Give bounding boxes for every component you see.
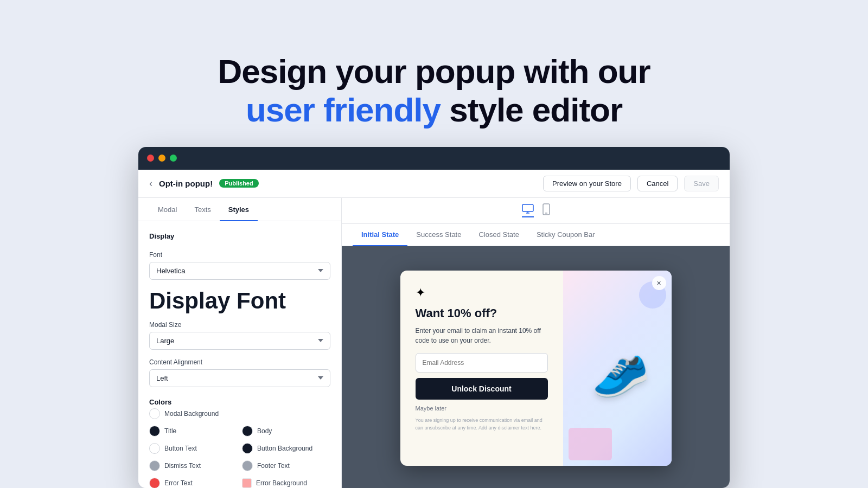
browser-window: ‹ Opt-in popup! Published Preview on you…: [138, 147, 730, 488]
preview-toolbar: [342, 198, 730, 224]
title-color-swatch[interactable]: [149, 426, 160, 436]
tab-closed-state[interactable]: Closed State: [470, 224, 527, 246]
popup-disclaimer: You are signing up to receive communicat…: [416, 417, 548, 432]
dismiss-text-swatch[interactable]: [149, 460, 160, 471]
sidebar-body: Display Font Helvetica Arial Georgia Dis: [138, 221, 341, 488]
popup-sneaker-image: 👟: [563, 271, 672, 466]
button-bg-swatch[interactable]: [242, 443, 253, 454]
color-item-button-text: Button Text: [149, 443, 238, 454]
popup-star-icon: ✦: [416, 286, 548, 300]
body-color-label: Body: [257, 427, 272, 435]
modal-size-field: Modal Size Large Medium Small: [149, 321, 330, 350]
tab-styles[interactable]: Styles: [220, 198, 258, 221]
desktop-view-icon[interactable]: [522, 204, 534, 217]
modal-size-label: Modal Size: [149, 321, 330, 329]
browser-titlebar: [138, 147, 730, 170]
button-bg-label: Button Background: [257, 445, 312, 452]
color-row-dismiss-footer: Dismiss Text Footer Text: [149, 460, 330, 471]
app-navbar: ‹ Opt-in popup! Published Preview on you…: [138, 170, 730, 198]
color-item-body: Body: [242, 426, 330, 436]
popup-body-text: Enter your email to claim an instant 10%…: [416, 326, 548, 345]
modal-background-swatch[interactable]: [149, 408, 160, 419]
content-alignment-label: Content Alignment: [149, 358, 330, 366]
error-text-label: Error Text: [164, 479, 193, 487]
svg-rect-0: [522, 204, 533, 211]
font-select[interactable]: Helvetica Arial Georgia: [149, 262, 330, 280]
font-field-group: Font Helvetica Arial Georgia: [149, 251, 330, 280]
tab-modal[interactable]: Modal: [149, 198, 186, 221]
tab-success-state[interactable]: Success State: [407, 224, 470, 246]
mobile-view-icon[interactable]: [542, 203, 550, 218]
error-bg-swatch[interactable]: [242, 478, 252, 488]
color-item-footer-text: Footer Text: [242, 460, 330, 471]
display-font-preview: Display Font: [149, 288, 330, 312]
sneaker-icon: 👟: [580, 333, 654, 403]
tab-sticky-coupon[interactable]: Sticky Coupon Bar: [528, 224, 604, 246]
content-alignment-select[interactable]: Left Center Right: [149, 369, 330, 387]
colors-section-title: Colors: [149, 398, 330, 406]
popup-email-input[interactable]: [416, 353, 548, 373]
body-color-swatch[interactable]: [242, 426, 253, 436]
color-item-title: Title: [149, 426, 238, 436]
preview-canvas: ✦ Want 10% off? Enter your email to clai…: [342, 246, 730, 488]
sidebar-tabs: Modal Texts Styles: [138, 198, 341, 221]
preview-state-tabs: Initial State Success State Closed State…: [342, 224, 730, 246]
color-row-error: Error Text Error Background: [149, 478, 330, 488]
hero-blue-text: user friendly: [246, 91, 441, 129]
error-bg-label: Error Background: [256, 479, 307, 487]
hero-section: Design your popup with our user friendly…: [218, 26, 650, 130]
color-item-modal-background: Modal Background: [149, 408, 330, 419]
tab-texts[interactable]: Texts: [186, 198, 219, 221]
app-content: ‹ Opt-in popup! Published Preview on you…: [138, 170, 730, 488]
page-title: Opt-in popup!: [159, 179, 213, 188]
modal-background-label: Modal Background: [164, 410, 219, 418]
maximize-dot[interactable]: [170, 155, 177, 162]
font-label: Font: [149, 251, 330, 259]
modal-size-select[interactable]: Large Medium Small: [149, 332, 330, 350]
sidebar: Modal Texts Styles Display Font Helvetic…: [138, 198, 342, 488]
popup-maybe-later[interactable]: Maybe later: [416, 405, 548, 412]
main-layout: Modal Texts Styles Display Font Helvetic…: [138, 198, 730, 488]
button-text-swatch[interactable]: [149, 443, 160, 454]
error-text-swatch[interactable]: [149, 478, 160, 488]
color-item-error-text: Error Text: [149, 478, 238, 488]
color-row-title-body: Title Body: [149, 426, 330, 436]
hero-line1: Design your popup with our: [218, 53, 650, 90]
title-color-label: Title: [164, 427, 176, 435]
popup-left-panel: ✦ Want 10% off? Enter your email to clai…: [400, 271, 563, 466]
display-font-label: Display Font: [149, 290, 330, 312]
popup-close-button[interactable]: ×: [652, 276, 666, 290]
display-section-title: Display: [149, 232, 330, 240]
button-text-label: Button Text: [164, 445, 197, 452]
save-button[interactable]: Save: [684, 176, 719, 191]
preview-store-button[interactable]: Preview on your Store: [543, 176, 631, 191]
color-item-button-bg: Button Background: [242, 443, 330, 454]
preview-panel: Initial State Success State Closed State…: [342, 198, 730, 488]
color-row-button: Button Text Button Background: [149, 443, 330, 454]
tab-initial-state[interactable]: Initial State: [353, 224, 407, 246]
popup-heading: Want 10% off?: [416, 306, 548, 320]
color-item-dismiss-text: Dismiss Text: [149, 460, 238, 471]
dismiss-text-label: Dismiss Text: [164, 462, 201, 470]
hero-title: Design your popup with our user friendly…: [218, 52, 650, 130]
color-item-error-bg: Error Background: [242, 478, 330, 488]
popup-cta-button[interactable]: Unlock Discount: [416, 378, 548, 400]
published-badge: Published: [219, 179, 259, 188]
minimize-dot[interactable]: [158, 155, 165, 162]
footer-text-swatch[interactable]: [242, 460, 253, 471]
hero-end-text: style editor: [441, 91, 622, 129]
content-alignment-field: Content Alignment Left Center Right: [149, 358, 330, 387]
color-row-modal-bg: Modal Background: [149, 408, 330, 419]
display-section: Display: [149, 232, 330, 242]
popup-modal: ✦ Want 10% off? Enter your email to clai…: [400, 271, 672, 466]
footer-text-label: Footer Text: [257, 462, 290, 470]
colors-section: Colors Modal Background: [149, 398, 330, 488]
cancel-button[interactable]: Cancel: [637, 176, 678, 191]
popup-right-panel: × 👟: [563, 271, 672, 466]
close-dot[interactable]: [147, 155, 154, 162]
back-button[interactable]: ‹: [149, 178, 152, 189]
